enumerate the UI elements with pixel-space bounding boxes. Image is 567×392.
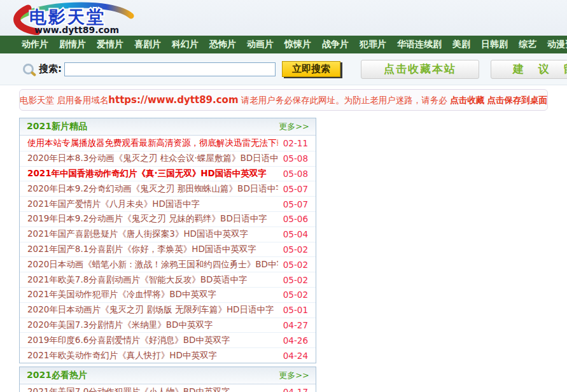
nav-item-14[interactable]: 动漫资源 — [547, 39, 567, 50]
search-button[interactable]: 立即搜索 — [282, 61, 340, 77]
main-nav: 动作片剧情片爱情片喜剧片科幻片恐怖片动画片惊悚片战争片犯罪片华语连续剧美剧日韩剧… — [0, 36, 567, 53]
section-new-movies: 2021新片精品 更多>> 使用本站专属播放器免费观看最新高清资源，彻底解决迅雷… — [19, 118, 316, 363]
date-label: 05-02 — [283, 290, 308, 300]
list-item: 2021年美国动作犯罪片《冷血悍将》BD中英双字05-02 — [20, 287, 316, 302]
movie-link[interactable]: 2021年美国7.0分动作犯罪片《小人物》BD中英双字 — [27, 386, 278, 392]
nav-item-10[interactable]: 华语连续剧 — [397, 39, 442, 50]
nav-item-13[interactable]: 综艺 — [519, 39, 536, 50]
list-item: 2021年欧美动作奇幻片《真人快打》HD中英双字04-24 — [20, 347, 316, 363]
nav-item-11[interactable]: 美剧 — [452, 39, 470, 50]
nav-item-3[interactable]: 喜剧片 — [134, 39, 161, 50]
logo-graphic: 电影天堂 www.dytt89.com — [9, 2, 139, 35]
search-label: 搜索: — [39, 63, 62, 75]
date-label: 04-24 — [283, 351, 308, 361]
movie-list: 2021年美国7.0分动作犯罪片《小人物》BD中英双字04-17 — [20, 384, 316, 392]
movie-link[interactable]: 2020年美国7.3分剧情片《米纳里》BD中英双字 — [27, 319, 278, 331]
site-logo[interactable]: 电影天堂 www.dytt89.com — [9, 2, 139, 38]
date-label: 05-08 — [283, 169, 308, 179]
search-icon — [23, 64, 34, 74]
movie-link[interactable]: 2021年美国动作犯罪片《冷血悍将》BD中英双字 — [27, 289, 278, 300]
logo-title: 电影天堂 — [29, 7, 106, 27]
list-item: 2021年国产喜剧悬疑片《唐人街探案3》HD国语中英双字05-04 — [20, 227, 316, 242]
date-label: 05-02 — [283, 275, 308, 285]
date-label: 05-04 — [283, 229, 308, 239]
notice-bookmark-link[interactable]: 点击收藏 — [450, 95, 484, 105]
site-header: 电影天堂 www.dytt89.com — [0, 0, 567, 36]
section-header: 2021必看热片 更多>> — [20, 367, 316, 384]
section-hot-movies: 2021必看热片 更多>> 2021年美国7.0分动作犯罪片《小人物》BD中英双… — [19, 367, 316, 392]
page: 电影天堂 www.dytt89.com 动作片剧情片爱情片喜剧片科幻片恐怖片动画… — [0, 0, 567, 392]
suggest-message-button[interactable]: 建 议 留 言 — [491, 60, 567, 79]
movie-link[interactable]: 2020年日本9.2分奇幻动画《鬼灭之刃 那田蜘蛛山篇》BD日语中字 — [27, 183, 278, 195]
search-input[interactable] — [64, 62, 276, 76]
list-item: 2020年日本9.2分奇幻动画《鬼灭之刃 那田蜘蛛山篇》BD日语中字05-07 — [20, 181, 316, 196]
nav-item-1[interactable]: 剧情片 — [59, 39, 86, 50]
nav-item-12[interactable]: 日韩剧 — [481, 39, 508, 50]
date-label: 05-07 — [283, 184, 308, 194]
bookmark-site-button[interactable]: 点击收藏本站 — [361, 60, 479, 79]
date-label: 05-07 — [283, 199, 308, 209]
movie-link[interactable]: 2021年国产喜剧悬疑片《唐人街探案3》HD国语中英双字 — [27, 228, 278, 240]
movie-link[interactable]: 2019年印度6.6分喜剧爱情片《好消息》BD中英双字 — [27, 335, 278, 346]
date-label: 05-02 — [283, 260, 308, 270]
movie-link[interactable]: 2020年日本8.3分动画《鬼灭之刃 柱众会议·蝶屋敷篇》BD日语中字 — [27, 153, 278, 164]
date-label: 05-06 — [283, 214, 308, 224]
notice-save-desktop-link[interactable]: 点击保存到桌面 — [487, 95, 547, 105]
notice-bar: 电影天堂 启用备用域名https://www.dytt89.com 请老用户务必… — [19, 89, 548, 111]
notice-text-2: 请老用户务必保存此网址。为防止老用户迷路，请务必 — [239, 95, 451, 105]
movie-link[interactable]: 2021年欧美动作奇幻片《真人快打》HD中英双字 — [27, 350, 278, 361]
more-link[interactable]: 更多>> — [279, 370, 309, 381]
movie-link[interactable]: 2019年日本9.2分动画片《鬼灭之刃 兄妹的羁绊》BD日语中字 — [27, 213, 278, 225]
movie-link[interactable]: 2020日本动画《蜡笔小新：激战！涂鸦王国和约四位勇士》BD中字 — [27, 259, 278, 270]
section-header: 2021新片精品 更多>> — [20, 118, 316, 136]
list-item: 2020年日本8.3分动画《鬼灭之刃 柱众会议·蝶屋敷篇》BD日语中字05-08 — [20, 151, 316, 166]
movie-link[interactable]: 2020年日本动画片《鬼灭之刃 剧场版 无限列车篇》HD日语中字 — [27, 304, 278, 316]
list-item: 2021年欧美7.8分喜剧动画片《智能大反攻》BD英语中字05-02 — [20, 272, 316, 287]
section-title: 2021新片精品 — [27, 121, 87, 132]
list-item: 2021年国产8.1分喜剧片《你好，李焕英》HD国语中英双字05-02 — [20, 242, 316, 257]
movie-link[interactable]: 使用本站专属播放器免费观看最新高清资源，彻底解决迅雷无法下载 — [27, 137, 278, 149]
nav-item-6[interactable]: 动画片 — [247, 39, 274, 50]
list-item: 2021年中国香港动作奇幻片《真·三国无双》HD国语中英双字05-08 — [20, 166, 316, 181]
logo-url: www.dytt89.com — [34, 25, 119, 35]
movie-link[interactable]: 2021年国产爱情片《八月未央》HD国语中字 — [27, 199, 278, 210]
nav-item-2[interactable]: 爱情片 — [97, 39, 123, 50]
nav-item-8[interactable]: 战争片 — [322, 39, 349, 50]
movie-list: 使用本站专属播放器免费观看最新高清资源，彻底解决迅雷无法下载02-112020年… — [20, 136, 316, 363]
date-label: 05-08 — [283, 153, 308, 164]
list-item: 2019年印度6.6分喜剧爱情片《好消息》BD中英双字04-26 — [20, 332, 316, 347]
section-title: 2021必看热片 — [27, 370, 87, 381]
date-label: 04-26 — [283, 335, 308, 346]
list-item: 2020年美国7.3分剧情片《米纳里》BD中英双字04-27 — [20, 318, 316, 333]
movie-link[interactable]: 2021年欧美7.8分喜剧动画片《智能大反攻》BD英语中字 — [27, 274, 278, 286]
list-item: 2020日本动画《蜡笔小新：激战！涂鸦王国和约四位勇士》BD中字05-02 — [20, 256, 316, 272]
date-label: 05-02 — [283, 244, 308, 255]
movie-link[interactable]: 2021年中国香港动作奇幻片《真·三国无双》HD国语中英双字 — [27, 168, 278, 179]
notice-text-1: 电影天堂 启用备用域名 — [20, 95, 108, 105]
more-link[interactable]: 更多>> — [279, 121, 309, 132]
movie-link[interactable]: 2021年国产8.1分喜剧片《你好，李焕英》HD国语中英双字 — [27, 244, 278, 255]
nav-item-5[interactable]: 恐怖片 — [209, 39, 236, 50]
list-item: 2021年国产爱情片《八月未央》HD国语中字05-07 — [20, 196, 316, 211]
list-item: 2020年日本动画片《鬼灭之刃 剧场版 无限列车篇》HD日语中字05-01 — [20, 302, 316, 318]
date-label: 02-11 — [283, 138, 308, 148]
list-item: 2019年日本9.2分动画片《鬼灭之刃 兄妹的羁绊》BD日语中字05-06 — [20, 211, 316, 227]
list-item: 2021年美国7.0分动作犯罪片《小人物》BD中英双字04-17 — [20, 384, 316, 392]
nav-item-9[interactable]: 犯罪片 — [360, 39, 386, 50]
nav-item-0[interactable]: 动作片 — [22, 39, 48, 50]
date-label: 05-01 — [283, 305, 308, 315]
nav-item-4[interactable]: 科幻片 — [172, 39, 199, 50]
notice-url-link[interactable]: https://www.dytt89.com — [108, 94, 238, 106]
nav-item-7[interactable]: 惊悚片 — [284, 39, 311, 50]
search-strip: 搜索: 立即搜索 点击收藏本站 建 议 留 言 — [0, 53, 567, 85]
date-label: 04-27 — [283, 320, 308, 330]
date-label: 04-17 — [283, 387, 308, 392]
list-item: 使用本站专属播放器免费观看最新高清资源，彻底解决迅雷无法下载02-11 — [20, 136, 316, 151]
